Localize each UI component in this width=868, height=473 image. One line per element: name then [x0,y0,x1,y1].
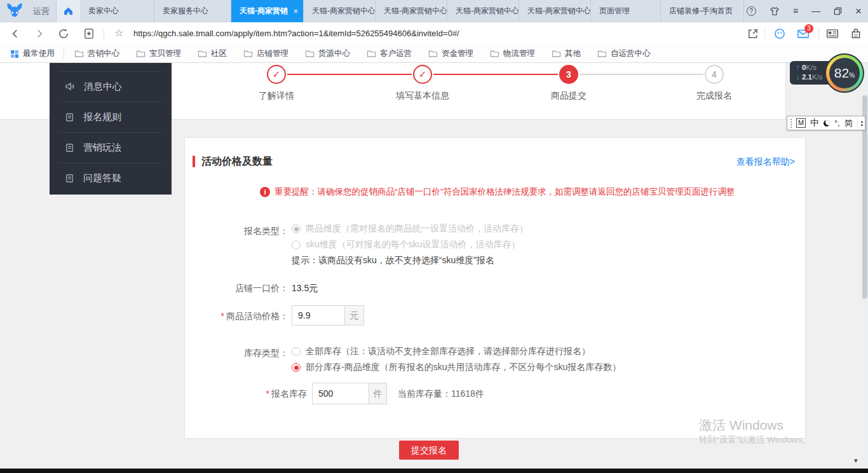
skin-icon[interactable] [770,6,780,17]
bookmark-folder-customer[interactable]: 客户运营 [367,48,412,59]
tab-page-management[interactable]: 页面管理 [591,0,661,22]
sidebar-item-label: 消息中心 [84,81,122,93]
radio-selected[interactable] [292,363,301,372]
sidebar-item-faq[interactable]: 问题答疑 [50,163,172,193]
radio-unselected[interactable] [292,347,301,356]
ime-toolbar: M 中 °, 简 ▴ ▾ [787,116,865,130]
refresh-icon[interactable] [58,28,69,39]
speed-mode-icon[interactable] [774,28,785,39]
sidebar-item-message-center[interactable]: 消息中心 [50,71,172,102]
step-1-label: 了解详情 [232,90,321,102]
stock-type-label: 库存类型： [190,348,288,359]
menu-icon[interactable]: ≡ [793,0,798,22]
gauge-value: 82 [834,65,849,81]
tab-tmall-marketing-active[interactable]: 天猫-商家营销 × [231,0,304,22]
base-price-label: 店铺一口价： [190,283,288,294]
signup-type-label: 报名类型： [190,226,288,237]
bookmark-folder-self-operation[interactable]: 自运营中心 [597,48,651,59]
browser-window: 运营 卖家中心 卖家服务中心 天猫-商家营销 × 天猫-商家营销中心 天猫-商家… [0,0,868,473]
folder-icon [243,50,253,58]
folder-icon [74,50,84,58]
tab-seller-center[interactable]: 卖家中心 [80,0,154,22]
required-mark: * [221,311,224,321]
step-2-label: 填写基本信息 [378,90,467,102]
ime-punctuation-icon[interactable]: °, [834,118,840,128]
tab-tmall-marketing-center-3[interactable]: 天猫-商家营销中心 [447,0,519,22]
bookmark-most-used[interactable]: 最常使用 [10,48,55,59]
tab-shop-decorate[interactable]: 店铺装修-手淘首页 [661,0,744,22]
favorite-star-icon[interactable]: ☆ [114,27,123,39]
workbench-label: 运营 [33,0,50,22]
home-icon [63,6,74,17]
folder-icon [367,50,376,58]
stock-type-option-partial: 部分库存-商品维度（所有报名的sku共用活动库存，不区分每个sku报名库存数） [292,362,621,373]
step-connector-done [433,74,558,75]
sidebar-item-signup-rules[interactable]: 报名规则 [50,102,172,132]
gauge-unit: % [849,72,855,79]
folder-icon [552,50,561,58]
activity-price-input[interactable] [292,305,345,326]
back-icon[interactable] [10,28,21,39]
bag-icon[interactable] [850,28,862,39]
close-icon[interactable]: × [855,0,862,22]
ime-simplified-icon[interactable]: 简 [844,118,853,129]
sidebar-item-marketing-play[interactable]: 营销玩法 [50,132,172,163]
ime-halfwidth-moon-icon[interactable] [824,120,830,127]
ime-more-toggle[interactable]: ▴ ▾ [857,118,863,128]
scroll-down-icon[interactable]: ▾ [854,456,858,465]
signup-stock-input[interactable] [312,383,369,404]
gauge-core: 82 % [829,58,860,88]
tab-tmall-marketing-center-2[interactable]: 天猫-商家营销中心 [376,0,447,22]
ime-mode-icon[interactable]: M [796,118,806,128]
divider [104,29,104,39]
open-external-icon[interactable] [747,28,759,39]
home-tab[interactable] [56,0,80,22]
bookmark-folder-shop[interactable]: 店铺管理 [243,48,288,59]
step-1-circle: ✓ [267,65,286,84]
tab-tmall-marketing-center-1[interactable]: 天猫-商家营销中心 [304,0,376,22]
forward-icon[interactable] [34,28,45,39]
bookmark-folder-items[interactable]: 宝贝管理 [136,48,181,59]
restore-icon[interactable] [834,7,842,15]
sku-hint-text: 提示：该商品没有sku，故不支持选择“sku维度”报名 [292,255,494,266]
url-text[interactable]: https://qgch.sale.tmall.com/apply/item.h… [133,22,459,45]
page-bookmark-icon[interactable] [83,28,95,39]
taskbar-strip [0,469,868,473]
bookmarks-bar: 最常使用 营销中心 宝贝管理 社区 店铺管理 货源中心 客户运营 资金管理 物流… [0,45,868,63]
activity-price-card: 活动价格及数量 查看报名帮助> i 重要提醒：请确保您的促销商品“店铺一口价”符… [184,137,806,439]
document-icon [65,143,74,153]
tab-bar: 运营 卖家中心 卖家服务中心 天猫-商家营销 × 天猫-商家营销中心 天猫-商家… [0,0,868,22]
bookmark-folder-logistics[interactable]: 物流管理 [490,48,535,59]
step-3-circle: 3 [559,65,578,84]
step-2-circle: ✓ [413,65,432,84]
page-content: ✓ ✓ 3 4 了解详情 填写基本信息 商品提交 完成报名 消息中心 报名规则 … [0,63,868,469]
warning-text: 重要提醒：请确保您的促销商品“店铺一口价”符合国家价格法律法规要求，如需调整请返… [275,186,735,198]
radio-selected-disabled [292,224,301,233]
help-link[interactable]: 查看报名帮助> [736,156,795,168]
bookmark-folder-other[interactable]: 其他 [552,48,581,59]
minimize-icon[interactable]: — [811,0,820,22]
bookmark-label: 最常使用 [23,48,55,59]
step-4-circle: 4 [705,65,724,84]
bookmark-folder-supply[interactable]: 货源中心 [305,48,350,59]
divider [818,29,819,39]
divider [64,50,64,58]
submit-button[interactable]: 提交报名 [399,441,459,460]
bookmark-folder-community[interactable]: 社区 [198,48,227,59]
tab-seller-service[interactable]: 卖家服务中心 [154,0,231,22]
qianniu-logo-icon[interactable] [5,2,24,20]
bookmark-folder-funds[interactable]: 资金管理 [428,48,473,59]
memory-gauge-widget[interactable]: 82 % [825,53,864,93]
tab-close-icon[interactable]: × [289,0,298,22]
bookmark-folder-marketing[interactable]: 营销中心 [74,48,119,59]
card-panel-icon[interactable] [826,28,839,39]
ime-chinese-icon[interactable]: 中 [810,118,819,129]
folder-icon [198,50,207,58]
section-title: 活动价格及数量 [201,155,273,168]
help-icon[interactable]: ? [747,6,756,16]
activity-price-label: *商品活动价格： [190,311,288,322]
tab-tmall-marketing-center-4[interactable]: 天猫-商家营销中心 [519,0,591,22]
stock-type-option-all: 全部库存（注：该活动不支持全部库存选择，请选择部分库存进行报名） [292,346,590,357]
ime-drag-handle[interactable] [790,119,792,128]
signup-stock-group: 件 [312,383,387,404]
